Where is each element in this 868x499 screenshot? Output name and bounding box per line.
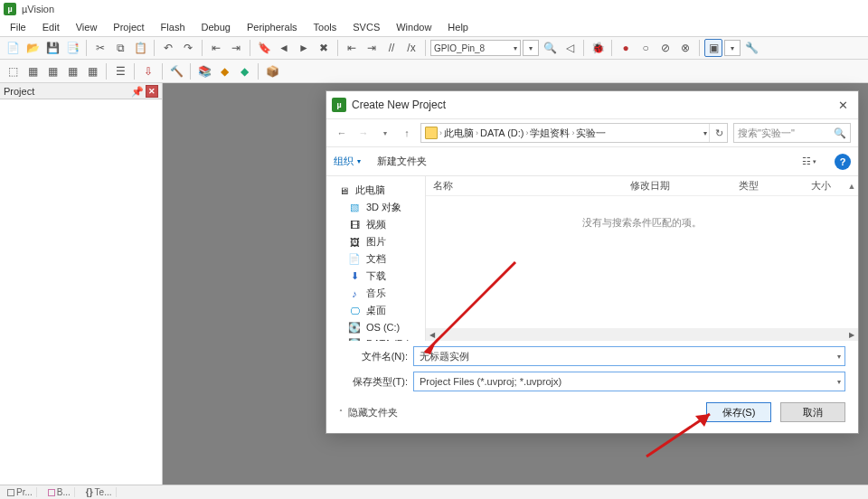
- target-dropdown[interactable]: ▾: [523, 40, 539, 56]
- nav-up-button[interactable]: ↑: [399, 125, 415, 141]
- cancel-button[interactable]: 取消: [780, 402, 845, 422]
- nav-recent-dropdown[interactable]: ▾: [377, 125, 393, 141]
- search-input[interactable]: 搜索"实验一" 🔍: [733, 123, 851, 143]
- statusbar-tab-templates[interactable]: {}Te...: [82, 487, 117, 497]
- history-dropdown-icon[interactable]: ▾: [703, 129, 707, 137]
- bookmark-icon[interactable]: 🔖: [255, 39, 273, 57]
- file-type-select[interactable]: Project Files (*.uvproj; *.uvprojx) ▾: [413, 372, 845, 391]
- manage-components-icon[interactable]: ◆: [215, 62, 233, 80]
- breadcrumb-part[interactable]: 此电脑: [444, 127, 474, 140]
- file-listview[interactable]: ▲ 名称 修改日期 类型 大小 没有与搜索条件匹配的项。 ◀ ▶: [426, 176, 858, 341]
- bookmark-next-icon[interactable]: ►: [295, 39, 313, 57]
- rebuild-icon[interactable]: ▦: [43, 62, 61, 80]
- hide-folders-toggle[interactable]: ˄隐藏文件夹: [339, 406, 398, 419]
- menu-edit[interactable]: Edit: [36, 21, 66, 33]
- tree-item-label[interactable]: 图片: [366, 235, 386, 249]
- open-file-icon[interactable]: 📂: [24, 39, 42, 57]
- new-folder-button[interactable]: 新建文件夹: [377, 155, 427, 168]
- scroll-right-icon[interactable]: ▶: [845, 328, 858, 341]
- redo-icon[interactable]: ↷: [179, 39, 197, 57]
- manage-addons-icon[interactable]: ◆: [235, 62, 253, 80]
- tree-item-label[interactable]: 此电脑: [355, 184, 385, 197]
- menu-project[interactable]: Project: [107, 21, 150, 33]
- download-icon[interactable]: ⇩: [139, 62, 157, 80]
- column-name[interactable]: 名称: [426, 176, 623, 195]
- stop-build-icon[interactable]: ☰: [111, 62, 129, 80]
- breakpoint-remove-icon[interactable]: ⊘: [656, 39, 675, 57]
- tree-item-label[interactable]: 文档: [366, 252, 386, 266]
- chevron-down-icon[interactable]: ▾: [837, 378, 841, 386]
- menu-peripherals[interactable]: Peripherals: [241, 21, 304, 33]
- tree-item-label[interactable]: 视频: [366, 218, 386, 231]
- breakpoint-icon[interactable]: ●: [617, 39, 635, 57]
- organize-dropdown[interactable]: 组织▾: [334, 155, 361, 168]
- pin-icon[interactable]: 📌: [131, 86, 142, 97]
- configure-icon[interactable]: 🔧: [742, 39, 760, 57]
- tree-item-label[interactable]: 桌面: [366, 304, 386, 317]
- layout-dropdown[interactable]: ▾: [724, 40, 741, 56]
- menu-file[interactable]: File: [4, 21, 33, 33]
- window-layout-icon[interactable]: ▣: [704, 39, 722, 57]
- find-icon[interactable]: 🔍: [541, 39, 559, 57]
- view-options-dropdown[interactable]: ☷▾: [800, 153, 818, 171]
- breakpoint-disable-icon[interactable]: ○: [637, 39, 655, 57]
- save-all-icon[interactable]: 📑: [63, 39, 81, 57]
- pack-installer-icon[interactable]: 📦: [263, 62, 281, 80]
- menu-tools[interactable]: Tools: [307, 21, 344, 33]
- build-icon[interactable]: ⬚: [4, 62, 22, 80]
- menu-view[interactable]: View: [70, 21, 104, 33]
- menu-help[interactable]: Help: [441, 21, 475, 33]
- statusbar-tab-project[interactable]: Pr...: [4, 487, 37, 497]
- horizontal-scrollbar[interactable]: ◀ ▶: [426, 328, 858, 341]
- menu-flash[interactable]: Flash: [155, 21, 192, 33]
- scroll-left-icon[interactable]: ◀: [426, 328, 439, 341]
- nav-back-icon[interactable]: ⇤: [207, 39, 225, 57]
- translate-icon[interactable]: ▦: [83, 62, 101, 80]
- bookmark-prev-icon[interactable]: ◄: [275, 39, 293, 57]
- undo-icon[interactable]: ↶: [159, 39, 177, 57]
- copy-icon[interactable]: ⧉: [111, 39, 129, 57]
- menu-window[interactable]: Window: [390, 21, 438, 33]
- debug-icon[interactable]: 🐞: [589, 39, 607, 57]
- chevron-down-icon[interactable]: ▾: [837, 353, 841, 361]
- build-target-icon[interactable]: ▦: [24, 62, 42, 80]
- address-breadcrumb[interactable]: › 此电脑› DATA (D:)› 学姐资料› 实验一 ▾ ↻: [420, 123, 728, 143]
- close-panel-icon[interactable]: ✕: [146, 85, 158, 98]
- dialog-close-button[interactable]: ✕: [833, 95, 853, 115]
- batch-build-icon[interactable]: ▦: [63, 62, 81, 80]
- scroll-up-icon[interactable]: ▲: [845, 180, 858, 193]
- save-icon[interactable]: 💾: [43, 39, 61, 57]
- column-date[interactable]: 修改日期: [623, 176, 731, 195]
- statusbar-tab-books[interactable]: B...: [44, 487, 75, 497]
- tree-item-label[interactable]: OS (C:): [366, 322, 400, 333]
- breadcrumb-part[interactable]: 实验一: [576, 127, 606, 140]
- indent-right-icon[interactable]: ⇥: [363, 39, 381, 57]
- breakpoint-kill-icon[interactable]: ⊗: [676, 39, 694, 57]
- new-file-icon[interactable]: 📄: [4, 39, 22, 57]
- find-prev-icon[interactable]: ◁: [561, 39, 579, 57]
- breadcrumb-part[interactable]: 学姐资料: [530, 127, 570, 140]
- nav-fwd-icon[interactable]: ⇥: [227, 39, 245, 57]
- file-name-input[interactable]: 无标题实例 ▾: [413, 346, 845, 366]
- comment-icon[interactable]: //: [382, 39, 401, 57]
- nav-forward-button[interactable]: →: [355, 125, 372, 141]
- tree-item-label[interactable]: DATA (D:): [366, 338, 410, 341]
- column-type[interactable]: 类型: [731, 176, 804, 195]
- cut-icon[interactable]: ✂: [91, 39, 109, 57]
- indent-left-icon[interactable]: ⇤: [343, 39, 361, 57]
- nav-back-button[interactable]: ←: [334, 125, 350, 141]
- save-button[interactable]: 保存(S): [706, 402, 771, 422]
- refresh-icon[interactable]: ↻: [715, 127, 723, 139]
- project-tree-area[interactable]: [0, 99, 162, 485]
- navigation-tree[interactable]: 🖥此电脑 ▧3D 对象 🎞视频 🖼图片 📄文档 ⬇下载 ♪音乐 🖵桌面 💽OS …: [326, 176, 426, 341]
- uncomment-icon[interactable]: /x: [402, 39, 420, 57]
- tree-item-label[interactable]: 音乐: [366, 287, 386, 300]
- help-icon[interactable]: ?: [835, 154, 851, 170]
- breadcrumb-part[interactable]: DATA (D:): [480, 127, 524, 138]
- paste-icon[interactable]: 📋: [131, 39, 149, 57]
- manage-books-icon[interactable]: 📚: [195, 62, 213, 80]
- menu-debug[interactable]: Debug: [195, 21, 237, 33]
- menu-svcs[interactable]: SVCS: [346, 21, 386, 33]
- target-combo[interactable]: GPIO_Pin_8 ▾: [430, 40, 521, 56]
- options-icon[interactable]: 🔨: [167, 62, 185, 80]
